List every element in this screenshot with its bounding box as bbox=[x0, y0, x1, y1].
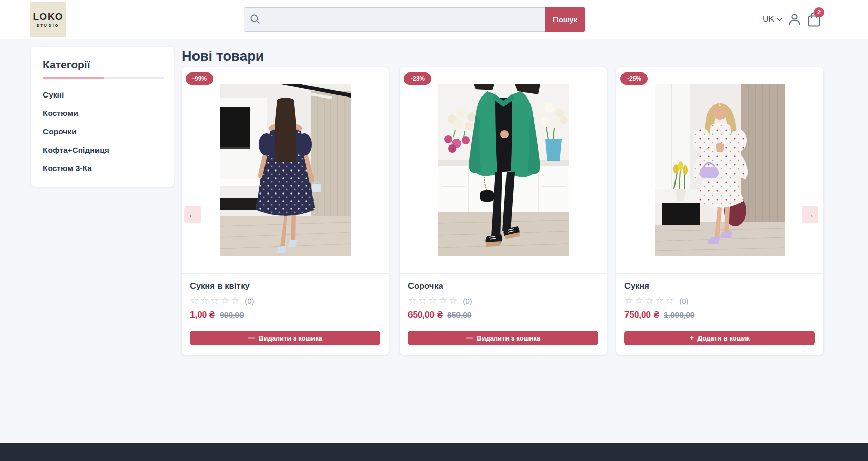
categories-panel: Категорії Сукні Костюми Сорочки Кофта+Сп… bbox=[31, 47, 174, 187]
product-card: -23% bbox=[400, 67, 607, 355]
product-photo-link[interactable] bbox=[400, 67, 607, 274]
search-button[interactable]: Пошук bbox=[545, 7, 585, 32]
rating-count: (0) bbox=[463, 297, 472, 305]
button-label: Видалити з кошика bbox=[477, 334, 540, 342]
button-label: Додати в кошик bbox=[697, 334, 750, 342]
rating-stars-icon: ☆☆☆☆☆ bbox=[408, 296, 459, 306]
product-rating: ☆☆☆☆☆ (0) bbox=[190, 296, 380, 306]
rating-count: (0) bbox=[679, 297, 688, 305]
search-bar: Пошук bbox=[244, 7, 585, 32]
product-photo-link[interactable] bbox=[616, 67, 823, 274]
remove-from-cart-button[interactable]: — Видалити з кошика bbox=[408, 331, 598, 345]
cart-badge: 2 bbox=[814, 7, 824, 17]
product-price: 1,00 ₴ 900,00 bbox=[190, 310, 380, 320]
rating-stars-icon: ☆☆☆☆☆ bbox=[190, 296, 241, 306]
product-info: Сорочка ☆☆☆☆☆ (0) 650,00 ₴ 850,00 bbox=[400, 274, 607, 320]
price-new: 1,00 ₴ bbox=[190, 310, 215, 320]
price-old: 850,00 bbox=[447, 310, 471, 320]
rating-count: (0) bbox=[245, 297, 254, 305]
search-input[interactable] bbox=[244, 7, 545, 32]
cart-icon[interactable]: 2 bbox=[807, 12, 823, 28]
product-card: -25% bbox=[616, 67, 823, 355]
logo-title: LOKO bbox=[33, 11, 63, 22]
arrow-right-icon: → bbox=[805, 209, 815, 221]
product-name[interactable]: Сорочка bbox=[408, 281, 598, 291]
product-photo-navy-dress bbox=[220, 84, 351, 256]
categories-list: Сукні Костюми Сорочки Кофта+Спідниця Кос… bbox=[31, 86, 174, 178]
logo-subtitle: STUDIO bbox=[37, 23, 59, 27]
sidebar-item-suits[interactable]: Костюми bbox=[31, 104, 174, 123]
categories-title-underline bbox=[43, 77, 164, 79]
price-new: 750,00 ₴ bbox=[624, 310, 659, 320]
remove-from-cart-button[interactable]: — Видалити з кошика bbox=[190, 331, 380, 345]
search-input-box bbox=[244, 7, 545, 32]
discount-badge: -25% bbox=[620, 72, 648, 85]
sidebar-item-dresses[interactable]: Сукні bbox=[31, 86, 174, 104]
sidebar-item-shirts[interactable]: Сорочки bbox=[31, 123, 174, 141]
minus-icon: — bbox=[466, 334, 473, 342]
language-selector[interactable]: UK bbox=[763, 13, 782, 26]
language-selected: UK bbox=[763, 15, 774, 24]
header: LOKO STUDIO Пошук UK bbox=[0, 0, 868, 39]
product-info: Сукня ☆☆☆☆☆ (0) 750,00 ₴ 1.000,00 bbox=[616, 274, 823, 320]
product-price: 650,00 ₴ 850,00 bbox=[408, 310, 598, 320]
price-old: 900,00 bbox=[220, 310, 244, 320]
price-new: 650,00 ₴ bbox=[408, 310, 443, 320]
carousel-prev-button[interactable]: ← bbox=[184, 206, 201, 223]
rating-stars-icon: ☆☆☆☆☆ bbox=[624, 296, 676, 306]
discount-badge: -23% bbox=[404, 72, 431, 85]
product-info: Сукня в квітку ☆☆☆☆☆ (0) 1,00 ₴ 900,00 bbox=[182, 274, 389, 320]
carousel-next-button[interactable]: → bbox=[802, 206, 818, 223]
add-to-cart-button[interactable]: + Додати в кошик bbox=[624, 331, 815, 345]
product-price: 750,00 ₴ 1.000,00 bbox=[624, 310, 815, 320]
discount-badge: -99% bbox=[186, 72, 213, 85]
logo[interactable]: LOKO STUDIO bbox=[30, 2, 66, 37]
button-label: Видалити з кошика bbox=[259, 334, 322, 342]
categories-title: Категорії bbox=[43, 58, 174, 71]
product-rating: ☆☆☆☆☆ (0) bbox=[408, 296, 598, 306]
arrow-left-icon: ← bbox=[188, 209, 198, 221]
product-card: -99% bbox=[182, 67, 389, 355]
page-title: Нові товари bbox=[182, 48, 264, 64]
product-name[interactable]: Сукня bbox=[624, 281, 815, 291]
product-name[interactable]: Сукня в квітку bbox=[190, 281, 380, 291]
price-old: 1.000,00 bbox=[664, 310, 694, 320]
product-photo-white-dress bbox=[655, 84, 785, 256]
product-rating: ☆☆☆☆☆ (0) bbox=[624, 296, 815, 306]
sidebar-item-suit-3pc[interactable]: Костюм 3-Ка bbox=[31, 159, 174, 178]
product-photo-link[interactable] bbox=[182, 67, 389, 274]
footer bbox=[0, 443, 868, 461]
minus-icon: — bbox=[248, 334, 255, 342]
product-photo-green-shirt bbox=[438, 84, 569, 256]
plus-icon: + bbox=[690, 334, 694, 342]
chevron-down-icon bbox=[777, 18, 782, 21]
account-icon[interactable] bbox=[787, 12, 802, 27]
sidebar-item-top-skirt[interactable]: Кофта+Спідниця bbox=[31, 141, 174, 159]
